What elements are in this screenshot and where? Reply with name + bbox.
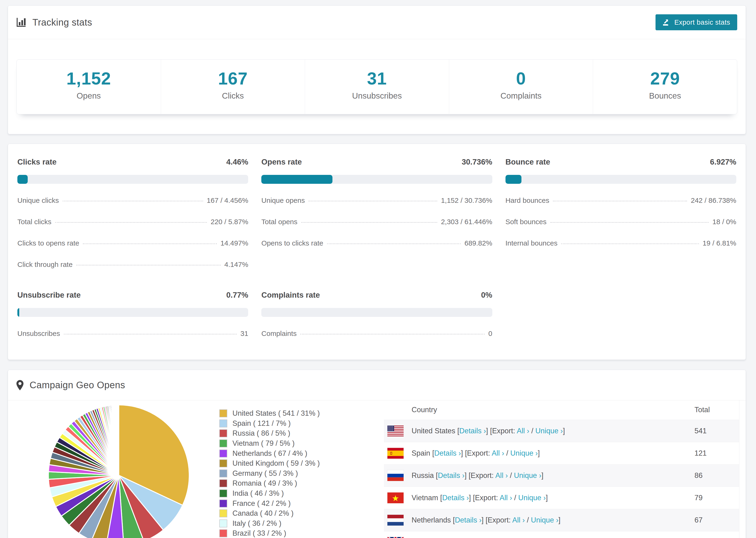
dotted-leader: [83, 243, 216, 244]
map-pin-icon: [17, 380, 24, 390]
export-all-link[interactable]: All ›: [517, 427, 529, 435]
legend-label: India ( 46 / 3% ): [233, 489, 284, 498]
geo-row-total: 67: [694, 516, 739, 524]
geo-row-vn: Vietnam [Details ›] [Export: All › / Uni…: [384, 487, 739, 509]
opens-progress-track: [261, 175, 492, 184]
legend-label: Brazil ( 33 / 2% ): [233, 529, 286, 538]
stat-value: 279: [593, 70, 737, 87]
complaints-progress-track: [261, 308, 492, 317]
legend-label: Canada ( 40 / 2% ): [233, 509, 294, 517]
clicks-progress-fill: [17, 175, 28, 184]
geo-row-total: 541: [694, 427, 739, 435]
clicks-rate-block: Clicks rate 4.46% Unique clicks 167 / 4.…: [17, 157, 248, 269]
metric-value: 19 / 6.81%: [703, 239, 736, 247]
geo-table-header: Country Total: [384, 400, 739, 420]
flag-us-icon: [387, 426, 404, 436]
details-link[interactable]: Details ›: [434, 449, 461, 457]
geo-row-total: 86: [694, 471, 739, 480]
legend-item: Canada ( 40 / 2% ): [219, 509, 320, 518]
rates-card: Clicks rate 4.46% Unique clicks 167 / 4.…: [8, 144, 746, 360]
metric-value: 18 / 0%: [712, 218, 736, 226]
geo-pie-chart: [46, 403, 191, 538]
dotted-leader: [561, 243, 699, 244]
unsubscribe-rate-value: 0.77%: [226, 291, 248, 299]
legend-item: Vietnam ( 79 / 5% ): [219, 439, 320, 449]
metric-value: 4.147%: [225, 260, 248, 269]
bounce-progress-fill: [506, 175, 521, 184]
details-link[interactable]: Details ›: [442, 494, 469, 502]
metric-value: 242 / 86.738%: [691, 196, 736, 204]
geo-row-country: Vietnam [Details ›] [Export: All › / Uni…: [411, 494, 694, 502]
export-icon: [663, 19, 670, 26]
tracking-stats-card: Tracking stats Export basic stats 1,152 …: [8, 5, 746, 134]
stat-unsubscribes: 31 Unsubscribes: [305, 60, 449, 114]
export-all-link[interactable]: All ›: [512, 516, 525, 524]
metric-row: Click through rate 4.147%: [17, 260, 248, 269]
export-unique-link[interactable]: Unique ›: [510, 449, 538, 457]
geo-header: Campaign Geo Opens: [8, 370, 746, 401]
metric-row: Clicks to opens rate 14.497%: [17, 239, 248, 247]
legend-swatch: [219, 510, 227, 517]
legend-item: United States ( 541 / 31% ): [219, 408, 320, 418]
metric-value: 31: [241, 330, 248, 338]
details-link[interactable]: Details ›: [438, 471, 465, 480]
geo-row-gb: United Kingdom [Details ›] [Export: All …: [384, 531, 739, 538]
dotted-leader: [76, 265, 220, 265]
opens-rate-block: Opens rate 30.736% Unique opens 1,152 / …: [261, 157, 492, 269]
details-link[interactable]: Details ›: [459, 427, 486, 435]
legend-swatch: [219, 529, 227, 537]
stat-clicks: 167 Clicks: [161, 60, 305, 114]
metric-row: Hard bounces 242 / 86.738%: [506, 196, 736, 204]
metric-label: Clicks to opens rate: [17, 239, 79, 247]
legend-label: Italy ( 36 / 2% ): [233, 519, 281, 528]
metric-label: Total clicks: [17, 218, 51, 226]
geo-row-nl: Netherlands [Details ›] [Export: All › /…: [384, 509, 739, 531]
pie-legend: United States ( 541 / 31% ) Spain ( 121 …: [219, 408, 320, 538]
stat-label: Bounces: [593, 91, 737, 100]
bounce-rate-title: Bounce rate: [506, 157, 550, 166]
legend-item: India ( 46 / 3% ): [219, 488, 320, 499]
opens-rate-title: Opens rate: [261, 157, 302, 166]
metric-value: 2,303 / 61.446%: [441, 218, 492, 226]
export-button-label: Export basic stats: [674, 19, 730, 26]
dotted-leader: [327, 243, 460, 244]
export-all-link[interactable]: All ›: [495, 471, 508, 480]
legend-swatch: [219, 450, 227, 457]
metric-row: Unsubscribes 31: [17, 330, 248, 338]
export-basic-stats-button[interactable]: Export basic stats: [656, 14, 737, 30]
legend-swatch: [219, 500, 227, 508]
unsubscribe-rate-block: Unsubscribe rate 0.77% Unsubscribes 31: [17, 291, 248, 338]
stat-value: 31: [305, 70, 449, 87]
export-unique-link[interactable]: Unique ›: [514, 471, 541, 480]
legend-label: France ( 42 / 2% ): [233, 499, 291, 508]
stat-value: 0: [449, 70, 593, 87]
unsubscribe-rate-title: Unsubscribe rate: [17, 291, 81, 299]
dotted-leader: [308, 201, 437, 201]
export-unique-link[interactable]: Unique ›: [531, 516, 558, 524]
flag-es-icon: [387, 448, 404, 459]
opens-progress-fill: [261, 175, 332, 184]
metric-label: Soft bounces: [506, 218, 547, 226]
geo-row-country: Netherlands [Details ›] [Export: All › /…: [411, 516, 694, 524]
export-all-link[interactable]: All ›: [492, 449, 504, 457]
dotted-leader: [64, 334, 237, 335]
export-all-link[interactable]: All ›: [500, 494, 512, 502]
legend-label: United States ( 541 / 31% ): [233, 409, 320, 418]
geo-row-total: 121: [694, 449, 739, 457]
export-unique-link[interactable]: Unique ›: [518, 494, 546, 502]
bar-chart-icon: [17, 17, 26, 27]
unsubscribe-progress-fill: [17, 308, 19, 317]
column-country: Country: [411, 405, 694, 414]
metric-row: Soft bounces 18 / 0%: [506, 218, 736, 226]
details-link[interactable]: Details ›: [455, 516, 482, 524]
stat-value: 1,152: [17, 70, 161, 87]
geo-opens-table: Country Total United States [Details ›] …: [384, 400, 739, 538]
stats-summary-row: 1,152 Opens 167 Clicks 31 Unsubscribes 0…: [17, 59, 737, 114]
tracking-stats-title: Tracking stats: [32, 17, 92, 28]
metric-value: 220 / 5.87%: [211, 218, 248, 226]
stat-label: Unsubscribes: [305, 91, 449, 100]
metric-value: 0: [488, 330, 492, 338]
export-unique-link[interactable]: Unique ›: [535, 427, 563, 435]
stat-value: 167: [161, 70, 305, 87]
metric-row: Unique opens 1,152 / 30.736%: [261, 196, 492, 204]
